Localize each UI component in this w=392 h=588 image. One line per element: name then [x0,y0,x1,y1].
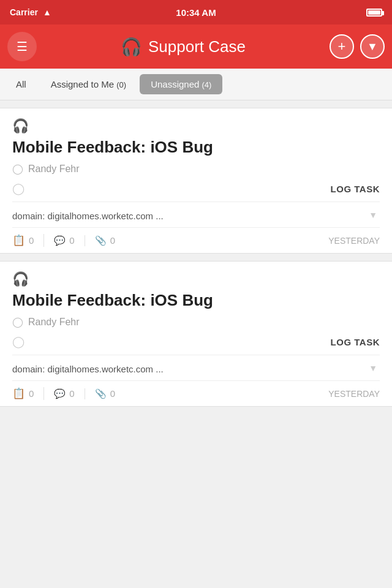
card-2-task-count: 📋 0 [12,387,44,400]
status-bar-left: Carrier ▲ [10,7,51,17]
card-2-person-icon: ◯ [12,316,23,328]
card-1-assignee-row: ◯ LOG TASK [12,178,380,202]
cards-list: 🎧 Mobile Feedback: iOS Bug ◯ Randy Fehr … [0,108,392,407]
card-2-footer: 📋 0 💬 0 📎 0 YESTERDAY [0,381,392,406]
tab-unassigned-label: Unassigned (4) [151,79,211,89]
card-2-chat-icon: 💬 [54,388,66,399]
header-actions: + ▼ [330,34,385,59]
card-1-chat-count: 💬 0 [54,235,85,246]
card-2-attach-icon: 📎 [95,388,107,399]
card-2-headset-icon: 🎧 [12,271,380,287]
header-title-group: 🎧 Support Case [121,37,246,57]
tab-all[interactable]: All [5,74,37,94]
card-1-headset-icon: 🎧 [12,118,380,134]
card-2-contact: ◯ Randy Fehr [12,316,380,328]
card-1-domain-text: domain: digitalhomes.worketc.com ... [12,211,164,221]
wifi-icon: ▲ [43,7,51,17]
card-1-person-icon: ◯ [12,163,23,175]
card-2-log-task-button[interactable]: LOG TASK [331,337,380,347]
card-1-task-icon: 📋 [12,234,25,247]
battery-icon [366,9,382,17]
card-1-contact-name: Randy Fehr [28,164,80,175]
status-time: 10:34 AM [176,7,216,18]
app-header: ☰ 🎧 Support Case + ▼ [0,24,392,69]
tab-assigned-label: Assigned to Me (0) [51,79,126,89]
tab-unassigned[interactable]: Unassigned (4) [140,74,222,94]
card-2-task-icon: 📋 [12,387,25,400]
card-2-chevron-icon[interactable]: ▼ [369,363,377,373]
card-2-chat-count: 💬 0 [54,388,85,399]
card-1-chevron-icon[interactable]: ▼ [369,210,377,220]
filter-button[interactable]: ▼ [360,34,385,59]
add-icon: + [338,39,346,55]
card-1-attach-icon: 📎 [95,235,107,246]
card-2-date: YESTERDAY [328,389,380,399]
card-1-title[interactable]: Mobile Feedback: iOS Bug [12,138,380,157]
headset-icon: 🎧 [121,37,142,57]
card-1-contact: ◯ Randy Fehr [12,163,380,175]
card-1-assignee-icon: ◯ [12,182,24,195]
support-card-2: 🎧 Mobile Feedback: iOS Bug ◯ Randy Fehr … [0,261,392,407]
tab-assigned[interactable]: Assigned to Me (0) [40,74,137,94]
card-2-domain-text: domain: digitalhomes.worketc.com ... [12,364,164,374]
add-button[interactable]: + [330,34,354,59]
menu-icon: ☰ [17,39,28,54]
card-2-assignee-row: ◯ LOG TASK [12,331,380,355]
card-2-assignee-icon: ◯ [12,335,24,349]
carrier-label: Carrier [10,7,38,17]
card-1-chat-icon: 💬 [54,235,66,246]
filter-icon: ▼ [367,40,378,53]
card-1-chat-count-label: 0 [69,235,74,246]
card-1-log-task-button[interactable]: LOG TASK [331,184,380,194]
support-card-1: 🎧 Mobile Feedback: iOS Bug ◯ Randy Fehr … [0,108,392,254]
card-1-domain: domain: digitalhomes.worketc.com ... ▼ [12,202,380,228]
card-1-attach-count-label: 0 [110,235,115,246]
card-2-contact-name: Randy Fehr [28,317,80,328]
card-2-title[interactable]: Mobile Feedback: iOS Bug [12,291,380,310]
card-2-attach-count-label: 0 [110,388,115,399]
status-bar: Carrier ▲ 10:34 AM [0,0,392,24]
menu-button[interactable]: ☰ [7,32,37,61]
card-1-attach-count: 📎 0 [95,235,125,246]
tab-bar: All Assigned to Me (0) Unassigned (4) [0,69,392,100]
card-1-task-count-label: 0 [29,235,34,246]
tab-all-label: All [16,79,26,89]
page-title: Support Case [148,37,246,56]
status-bar-right [366,9,382,17]
card-1-date: YESTERDAY [328,236,380,246]
card-1-footer: 📋 0 💬 0 📎 0 YESTERDAY [0,228,392,253]
card-2-domain: domain: digitalhomes.worketc.com ... ▼ [12,355,380,381]
card-1-task-count: 📋 0 [12,234,44,247]
card-2-task-count-label: 0 [29,388,34,399]
card-1-body: 🎧 Mobile Feedback: iOS Bug ◯ Randy Fehr … [0,108,392,228]
card-2-attach-count: 📎 0 [95,388,125,399]
card-2-body: 🎧 Mobile Feedback: iOS Bug ◯ Randy Fehr … [0,262,392,381]
card-2-chat-count-label: 0 [69,388,74,399]
